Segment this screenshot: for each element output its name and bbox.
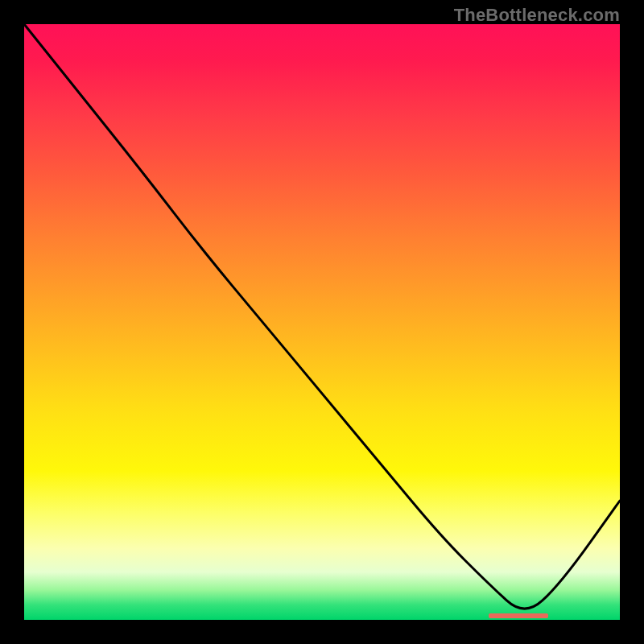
chart-container	[24, 24, 620, 620]
chart-svg	[24, 24, 620, 620]
bottleneck-curve	[24, 24, 620, 609]
watermark-text: TheBottleneck.com	[454, 5, 620, 26]
optimum-range-marker	[489, 613, 548, 618]
